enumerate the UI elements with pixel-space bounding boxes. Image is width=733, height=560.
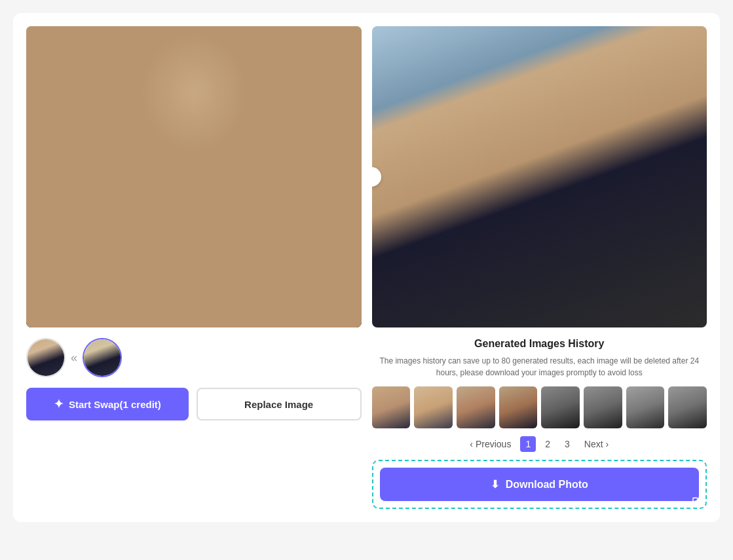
thumbnail-result[interactable] [83,338,122,377]
history-thumbnails [372,386,707,428]
pagination: ‹ Previous 1 2 3 Next › [372,436,707,452]
next-chevron-icon: › [605,439,609,449]
more-icon: ⋮ [372,171,377,183]
action-buttons: ✦ Start Swap(1 credit) Replace Image [26,388,362,420]
prev-page-button[interactable]: ‹ Previous [464,436,516,452]
left-panel: « ✦ Start Swap(1 credit) Replace Image [26,26,362,509]
left-person-image [26,26,362,327]
download-icon: ⬇ [491,478,499,491]
star-icon: ✦ [54,397,64,411]
page-1-button[interactable]: 1 [520,436,536,452]
arrow-icon: « [71,351,77,365]
replace-image-button[interactable]: Replace Image [197,388,362,420]
history-thumb-3[interactable] [457,386,495,428]
prev-chevron-icon: ‹ [470,439,473,449]
history-title: Generated Images History [372,338,707,350]
replace-image-label: Replace Image [244,399,313,410]
history-thumb-7[interactable] [626,386,665,428]
history-section: Generated Images History The images hist… [372,338,707,509]
history-thumb-8[interactable] [668,386,707,428]
thumb-original-img [28,339,64,376]
right-panel: ⋮ Generated Images History The images hi… [372,26,707,509]
cursor-icon: ☞ [691,493,705,511]
right-person-image [372,26,707,327]
history-thumb-5[interactable] [541,386,580,428]
history-thumb-6[interactable] [584,386,622,428]
download-photo-button[interactable]: ⬇ Download Photo ☞ [380,468,700,501]
page-3-button[interactable]: 3 [559,436,575,452]
history-description: The images history can save up to 80 gen… [372,355,707,379]
thumb-result-img [84,339,121,376]
left-image-preview [26,26,362,327]
history-thumb-4[interactable] [499,386,538,428]
main-container: « ✦ Start Swap(1 credit) Replace Image ⋮… [13,13,720,522]
prev-label: Previous [476,439,511,449]
thumbnail-row: « [26,338,362,377]
right-image-preview: ⋮ [372,26,707,327]
history-thumb-1[interactable] [372,386,411,428]
download-section: ⬇ Download Photo ☞ [372,460,707,509]
next-label: Next [584,439,603,449]
thumbnail-original[interactable] [26,338,66,377]
page-2-button[interactable]: 2 [540,436,555,452]
download-label: Download Photo [506,479,588,491]
next-page-button[interactable]: Next › [579,436,614,452]
history-thumb-2[interactable] [414,386,453,428]
start-swap-label: Start Swap(1 credit) [69,399,161,410]
start-swap-button[interactable]: ✦ Start Swap(1 credit) [26,388,189,420]
